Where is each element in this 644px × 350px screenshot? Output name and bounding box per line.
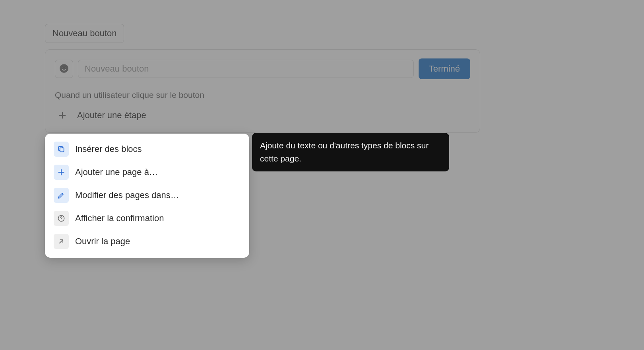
svg-point-5 — [61, 220, 61, 220]
svg-rect-3 — [60, 148, 64, 152]
menu-item-label: Afficher la confirmation — [75, 213, 164, 224]
menu-item-modify-pages[interactable]: Modifier des pages dans… — [49, 185, 245, 206]
button-title-input[interactable] — [78, 60, 414, 78]
new-button-badge: Nouveau bouton — [45, 24, 124, 43]
button-config-panel: Terminé Quand un utilisateur clique sur … — [45, 49, 480, 133]
done-button[interactable]: Terminé — [419, 58, 470, 79]
add-step-button[interactable]: Ajouter une étape — [55, 106, 470, 124]
svg-point-2 — [65, 67, 66, 68]
copy-icon — [54, 142, 69, 157]
menu-item-show-confirmation[interactable]: Afficher la confirmation — [49, 208, 245, 229]
svg-point-1 — [62, 67, 63, 68]
menu-item-label: Insérer des blocs — [75, 144, 142, 154]
arrow-icon — [54, 234, 69, 249]
menu-item-label: Ajouter une page à… — [75, 167, 158, 177]
plus-icon — [54, 165, 69, 180]
menu-item-tooltip: Ajoute du texte ou d'autres types de blo… — [252, 133, 449, 171]
pencil-icon — [54, 188, 69, 203]
smile-icon — [59, 63, 69, 75]
emoji-picker-button[interactable] — [55, 60, 73, 78]
step-type-menu: Insérer des blocs Ajouter une page à… Mo… — [45, 134, 249, 258]
menu-item-label: Modifier des pages dans… — [75, 190, 179, 200]
help-icon — [54, 211, 69, 226]
menu-item-label: Ouvrir la page — [75, 236, 130, 247]
plus-icon — [56, 109, 69, 122]
when-clicked-label: Quand un utilisateur clique sur le bouto… — [55, 90, 470, 100]
menu-item-insert-blocks[interactable]: Insérer des blocs — [49, 138, 245, 160]
add-step-label: Ajouter une étape — [77, 110, 146, 121]
svg-point-0 — [60, 64, 68, 73]
menu-item-open-page[interactable]: Ouvrir la page — [49, 231, 245, 252]
menu-item-add-page[interactable]: Ajouter une page à… — [49, 161, 245, 183]
